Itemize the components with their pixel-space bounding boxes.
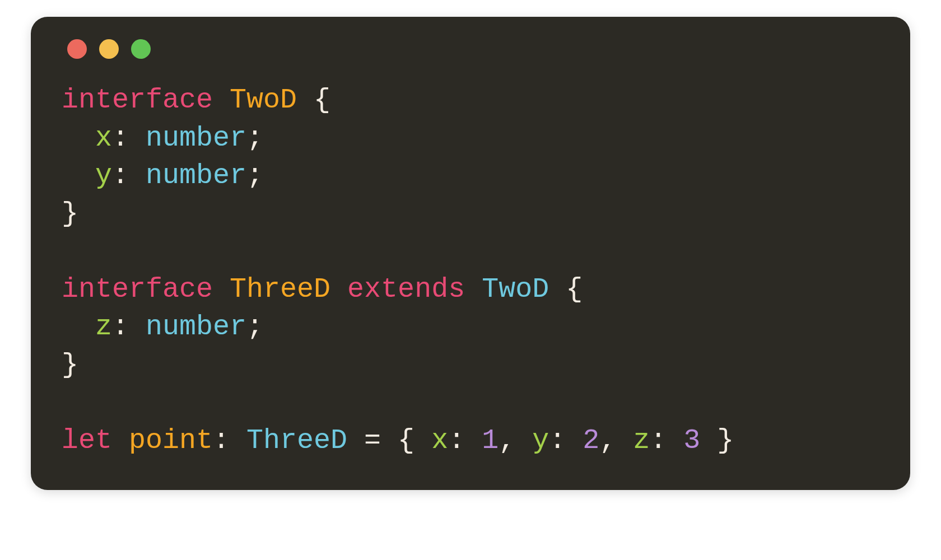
code-token: 1 (482, 424, 499, 456)
code-token: TwoD (482, 273, 549, 305)
code-token (213, 273, 230, 305)
code-token: TwoD (230, 84, 297, 116)
code-window: interface TwoD { x: number; y: number; }… (31, 17, 910, 490)
code-token: interface (62, 273, 213, 305)
page-root: interface TwoD { x: number; y: number; }… (0, 0, 941, 560)
code-token (62, 122, 95, 154)
code-token: : (112, 122, 146, 154)
code-line: x: number; (62, 122, 263, 154)
code-token: { (297, 84, 330, 116)
code-line: z: number; (62, 311, 263, 343)
code-token: } (62, 349, 78, 381)
code-token: z (633, 424, 650, 456)
code-token: extends (347, 273, 465, 305)
code-block: interface TwoD { x: number; y: number; }… (62, 81, 879, 459)
zoom-icon[interactable] (131, 39, 151, 59)
code-token: 2 (583, 424, 599, 456)
window-controls (67, 39, 879, 59)
code-token (62, 311, 95, 343)
code-token: : (549, 424, 583, 456)
code-line: y: number; (62, 160, 263, 192)
code-token: y (532, 424, 549, 456)
code-token: , (499, 424, 532, 456)
code-token: 3 (683, 424, 700, 456)
code-token: x (431, 424, 448, 456)
code-token: ThreeD (246, 424, 347, 456)
code-line: interface TwoD { (62, 84, 330, 116)
code-token: let (62, 424, 112, 456)
close-icon[interactable] (67, 39, 87, 59)
code-token: z (95, 311, 112, 343)
code-token: : (213, 424, 246, 456)
code-token: , (599, 424, 633, 456)
code-token: interface (62, 84, 213, 116)
code-token (112, 424, 129, 456)
code-token: y (95, 160, 112, 192)
code-line: interface ThreeD extends TwoD { (62, 273, 583, 305)
code-token: = { (347, 424, 431, 456)
code-token (62, 160, 95, 192)
code-token: : (112, 311, 146, 343)
code-token: } (62, 198, 78, 230)
code-token: number (146, 311, 246, 343)
code-line: } (62, 349, 78, 381)
code-token: ThreeD (230, 273, 330, 305)
code-token: : (650, 424, 683, 456)
code-token: ; (246, 160, 263, 192)
code-token: : (448, 424, 482, 456)
code-token: number (146, 160, 246, 192)
code-token: point (129, 424, 213, 456)
code-token (213, 84, 230, 116)
code-token: x (95, 122, 112, 154)
code-token: number (146, 122, 246, 154)
code-token: { (549, 273, 583, 305)
code-token (465, 273, 482, 305)
code-token: ; (246, 122, 263, 154)
code-line: let point: ThreeD = { x: 1, y: 2, z: 3 } (62, 424, 734, 456)
code-token (330, 273, 347, 305)
code-token: ; (246, 311, 263, 343)
minimize-icon[interactable] (99, 39, 119, 59)
code-token: : (112, 160, 146, 192)
code-token: } (700, 424, 734, 456)
code-line: } (62, 198, 78, 230)
